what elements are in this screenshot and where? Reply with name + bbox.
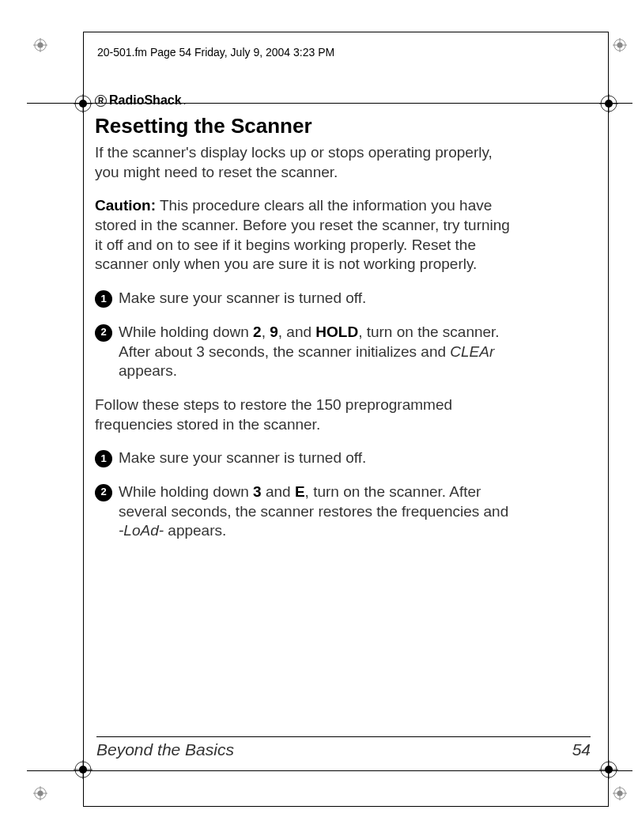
step-item: 2 While holding down 2, 9, and HOLD, tur… [95,323,514,381]
crosshair-icon [599,94,618,113]
step-text: Make sure your scanner is turned off. [119,289,514,308]
step-number-badge: 2 [95,484,112,501]
crop-mark-icon [613,786,627,800]
intro-paragraph: If the scanner's display locks up or sto… [95,143,514,182]
crop-mark-icon [613,38,627,52]
frame-line [27,770,632,771]
step-text: While holding down 2, 9, and HOLD, turn … [119,323,514,381]
step-item: 2 While holding down 3 and E, turn on th… [95,482,514,541]
brand-name: RadioShack [109,93,182,108]
step-item: 1 Make sure your scanner is turned off. [95,289,514,308]
step-text: Make sure your scanner is turned off. [119,448,514,468]
crop-mark-icon [33,786,47,800]
footer-page-number: 54 [572,740,591,759]
crop-mark-icon [33,38,47,52]
section-title: Resetting the Scanner [95,114,514,138]
crosshair-icon [74,94,92,113]
footer-title: Beyond the Basics [96,740,234,759]
step-item: 1 Make sure your scanner is turned off. [95,448,514,468]
page-footer: Beyond the Basics 54 [96,736,591,759]
mid-paragraph: Follow these steps to restore the 150 pr… [95,395,514,434]
step-number-badge: 2 [95,324,112,342]
caution-paragraph: Caution: This procedure clears all the i… [95,196,514,274]
caution-text: This procedure clears all the informatio… [95,197,510,272]
step-number-badge: 1 [95,450,112,467]
main-content: R RadioShack . Resetting the Scanner If … [95,93,514,555]
brand-suffix: . [184,99,186,106]
header-meta-text: 20-501.fm Page 54 Friday, July 9, 2004 3… [97,46,334,59]
brand-logo: R RadioShack . [95,93,514,108]
step-number-badge: 1 [95,290,112,308]
step-text: While holding down 3 and E, turn on the … [119,482,514,541]
caution-label: Caution: [95,197,156,214]
registered-icon: R [95,95,107,107]
